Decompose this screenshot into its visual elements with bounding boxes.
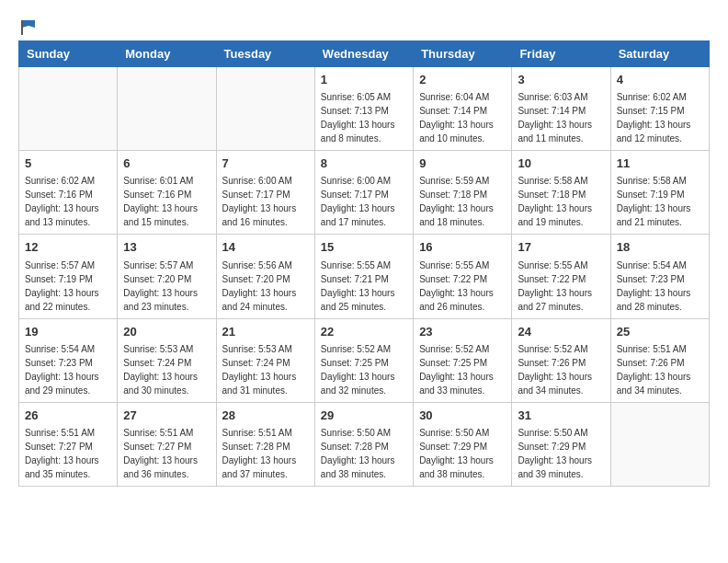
svg-marker-0	[22, 20, 35, 28]
calendar-day-cell: 7Sunrise: 6:00 AM Sunset: 7:17 PM Daylig…	[216, 151, 314, 235]
weekday-header-row: SundayMondayTuesdayWednesdayThursdayFrid…	[19, 41, 710, 67]
calendar-day-cell: 4Sunrise: 6:02 AM Sunset: 7:15 PM Daylig…	[610, 67, 709, 151]
day-info: Sunrise: 5:56 AM Sunset: 7:20 PM Dayligh…	[222, 259, 309, 314]
day-number: 11	[617, 155, 703, 172]
day-number: 9	[419, 155, 506, 172]
calendar-day-cell: 17Sunrise: 5:55 AM Sunset: 7:22 PM Dayli…	[512, 235, 610, 318]
day-number: 6	[123, 155, 210, 172]
day-number: 14	[222, 239, 309, 256]
weekday-header-tuesday: Tuesday	[216, 41, 314, 67]
day-info: Sunrise: 5:55 AM Sunset: 7:22 PM Dayligh…	[518, 259, 604, 314]
day-number: 23	[419, 324, 506, 340]
day-info: Sunrise: 5:52 AM Sunset: 7:25 PM Dayligh…	[321, 342, 407, 397]
day-info: Sunrise: 6:03 AM Sunset: 7:14 PM Dayligh…	[518, 90, 604, 145]
day-info: Sunrise: 5:54 AM Sunset: 7:23 PM Dayligh…	[617, 259, 703, 314]
day-info: Sunrise: 5:53 AM Sunset: 7:24 PM Dayligh…	[222, 342, 309, 397]
day-number: 18	[617, 239, 703, 256]
day-info: Sunrise: 5:50 AM Sunset: 7:29 PM Dayligh…	[419, 426, 506, 481]
day-info: Sunrise: 6:00 AM Sunset: 7:17 PM Dayligh…	[222, 174, 309, 229]
calendar-day-cell: 5Sunrise: 6:02 AM Sunset: 7:16 PM Daylig…	[19, 151, 118, 235]
day-number: 24	[518, 324, 604, 340]
day-info: Sunrise: 6:00 AM Sunset: 7:17 PM Dayligh…	[321, 174, 407, 229]
day-info: Sunrise: 5:58 AM Sunset: 7:19 PM Dayligh…	[617, 174, 703, 229]
calendar-day-cell: 20Sunrise: 5:53 AM Sunset: 7:24 PM Dayli…	[118, 318, 216, 402]
calendar-day-cell: 31Sunrise: 5:50 AM Sunset: 7:29 PM Dayli…	[512, 402, 610, 486]
day-info: Sunrise: 5:51 AM Sunset: 7:27 PM Dayligh…	[25, 426, 111, 481]
logo	[18, 18, 37, 31]
day-number: 30	[419, 408, 506, 424]
day-info: Sunrise: 6:02 AM Sunset: 7:15 PM Dayligh…	[617, 90, 703, 145]
calendar-day-cell: 10Sunrise: 5:58 AM Sunset: 7:18 PM Dayli…	[512, 151, 610, 235]
day-number: 20	[123, 324, 210, 340]
calendar-day-cell	[610, 402, 709, 486]
day-number: 10	[518, 155, 604, 172]
day-number: 12	[25, 239, 111, 256]
day-number: 8	[321, 155, 407, 172]
page-header	[18, 18, 710, 31]
calendar-day-cell: 18Sunrise: 5:54 AM Sunset: 7:23 PM Dayli…	[610, 235, 709, 318]
day-info: Sunrise: 6:04 AM Sunset: 7:14 PM Dayligh…	[419, 90, 506, 145]
day-info: Sunrise: 5:50 AM Sunset: 7:28 PM Dayligh…	[321, 426, 407, 481]
weekday-header-friday: Friday	[512, 41, 610, 67]
day-info: Sunrise: 5:53 AM Sunset: 7:24 PM Dayligh…	[123, 342, 210, 397]
day-info: Sunrise: 6:05 AM Sunset: 7:13 PM Dayligh…	[321, 90, 407, 145]
day-info: Sunrise: 6:01 AM Sunset: 7:16 PM Dayligh…	[123, 174, 210, 229]
day-info: Sunrise: 5:52 AM Sunset: 7:26 PM Dayligh…	[518, 342, 604, 397]
calendar-week-2: 5Sunrise: 6:02 AM Sunset: 7:16 PM Daylig…	[19, 151, 710, 235]
day-number: 25	[617, 324, 703, 340]
day-info: Sunrise: 5:51 AM Sunset: 7:28 PM Dayligh…	[222, 426, 309, 481]
day-info: Sunrise: 5:55 AM Sunset: 7:22 PM Dayligh…	[419, 259, 506, 314]
day-info: Sunrise: 5:50 AM Sunset: 7:29 PM Dayligh…	[518, 426, 604, 481]
calendar-day-cell	[216, 67, 314, 151]
calendar-day-cell: 19Sunrise: 5:54 AM Sunset: 7:23 PM Dayli…	[19, 318, 118, 402]
day-number: 19	[25, 324, 111, 340]
weekday-header-sunday: Sunday	[19, 41, 118, 67]
day-info: Sunrise: 5:57 AM Sunset: 7:20 PM Dayligh…	[123, 259, 210, 314]
calendar-day-cell: 21Sunrise: 5:53 AM Sunset: 7:24 PM Dayli…	[216, 318, 314, 402]
weekday-header-saturday: Saturday	[610, 41, 709, 67]
calendar-table: SundayMondayTuesdayWednesdayThursdayFrid…	[18, 40, 710, 487]
day-info: Sunrise: 5:51 AM Sunset: 7:27 PM Dayligh…	[123, 426, 210, 481]
day-number: 31	[518, 408, 604, 424]
calendar-day-cell: 16Sunrise: 5:55 AM Sunset: 7:22 PM Dayli…	[414, 235, 512, 318]
day-number: 4	[617, 72, 703, 88]
day-info: Sunrise: 5:57 AM Sunset: 7:19 PM Dayligh…	[25, 259, 111, 314]
day-info: Sunrise: 5:54 AM Sunset: 7:23 PM Dayligh…	[25, 342, 111, 397]
calendar-day-cell	[19, 67, 118, 151]
day-number: 2	[419, 72, 506, 88]
day-number: 15	[321, 239, 407, 256]
day-info: Sunrise: 5:51 AM Sunset: 7:26 PM Dayligh…	[617, 342, 703, 397]
weekday-header-wednesday: Wednesday	[314, 41, 413, 67]
calendar-week-3: 12Sunrise: 5:57 AM Sunset: 7:19 PM Dayli…	[19, 235, 710, 318]
day-number: 3	[518, 72, 604, 88]
day-number: 7	[222, 155, 309, 172]
calendar-day-cell: 11Sunrise: 5:58 AM Sunset: 7:19 PM Dayli…	[610, 151, 709, 235]
calendar-day-cell: 6Sunrise: 6:01 AM Sunset: 7:16 PM Daylig…	[118, 151, 216, 235]
day-number: 5	[25, 155, 111, 172]
calendar-day-cell: 3Sunrise: 6:03 AM Sunset: 7:14 PM Daylig…	[512, 67, 610, 151]
day-info: Sunrise: 5:52 AM Sunset: 7:25 PM Dayligh…	[419, 342, 506, 397]
calendar-day-cell: 29Sunrise: 5:50 AM Sunset: 7:28 PM Dayli…	[314, 402, 413, 486]
calendar-day-cell: 8Sunrise: 6:00 AM Sunset: 7:17 PM Daylig…	[314, 151, 413, 235]
calendar-day-cell: 24Sunrise: 5:52 AM Sunset: 7:26 PM Dayli…	[512, 318, 610, 402]
calendar-day-cell: 23Sunrise: 5:52 AM Sunset: 7:25 PM Dayli…	[414, 318, 512, 402]
calendar-day-cell: 28Sunrise: 5:51 AM Sunset: 7:28 PM Dayli…	[216, 402, 314, 486]
calendar-day-cell: 25Sunrise: 5:51 AM Sunset: 7:26 PM Dayli…	[610, 318, 709, 402]
day-info: Sunrise: 6:02 AM Sunset: 7:16 PM Dayligh…	[25, 174, 111, 229]
calendar-day-cell: 13Sunrise: 5:57 AM Sunset: 7:20 PM Dayli…	[118, 235, 216, 318]
day-number: 28	[222, 408, 309, 424]
day-number: 13	[123, 239, 210, 256]
calendar-day-cell: 26Sunrise: 5:51 AM Sunset: 7:27 PM Dayli…	[19, 402, 118, 486]
logo-flag-icon	[20, 18, 37, 35]
calendar-day-cell: 9Sunrise: 5:59 AM Sunset: 7:18 PM Daylig…	[414, 151, 512, 235]
calendar-week-1: 1Sunrise: 6:05 AM Sunset: 7:13 PM Daylig…	[19, 67, 710, 151]
day-info: Sunrise: 5:58 AM Sunset: 7:18 PM Dayligh…	[518, 174, 604, 229]
calendar-day-cell: 14Sunrise: 5:56 AM Sunset: 7:20 PM Dayli…	[216, 235, 314, 318]
calendar-week-5: 26Sunrise: 5:51 AM Sunset: 7:27 PM Dayli…	[19, 402, 710, 486]
day-number: 1	[321, 72, 407, 88]
calendar-week-4: 19Sunrise: 5:54 AM Sunset: 7:23 PM Dayli…	[19, 318, 710, 402]
calendar-day-cell: 1Sunrise: 6:05 AM Sunset: 7:13 PM Daylig…	[314, 67, 413, 151]
day-number: 21	[222, 324, 309, 340]
day-number: 26	[25, 408, 111, 424]
weekday-header-monday: Monday	[118, 41, 216, 67]
